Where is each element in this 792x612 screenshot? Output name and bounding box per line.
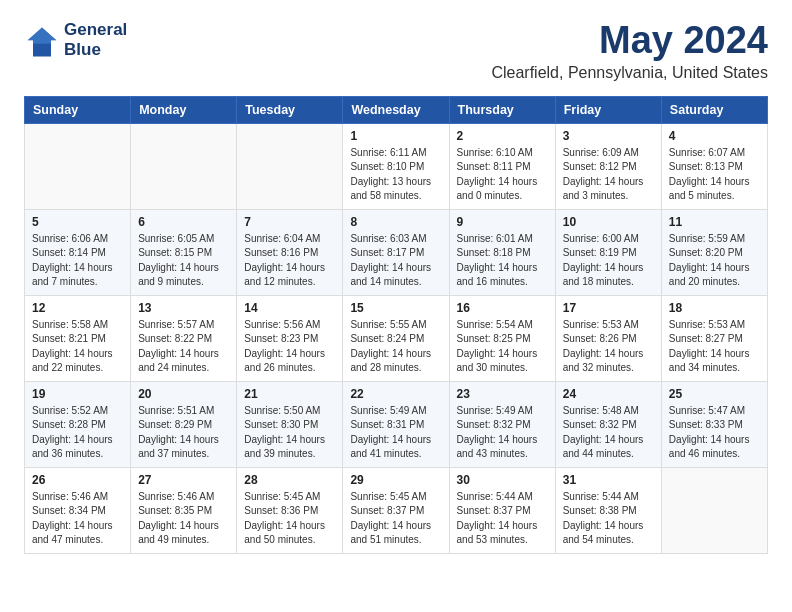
weekday-header: Wednesday — [343, 96, 449, 123]
day-number: 15 — [350, 301, 441, 315]
calendar-cell: 12Sunrise: 5:58 AM Sunset: 8:21 PM Dayli… — [25, 295, 131, 381]
day-number: 16 — [457, 301, 548, 315]
calendar-cell: 21Sunrise: 5:50 AM Sunset: 8:30 PM Dayli… — [237, 381, 343, 467]
day-info: Sunrise: 6:01 AM Sunset: 8:18 PM Dayligh… — [457, 232, 548, 290]
page-header: General Blue May 2024 Clearfield, Pennsy… — [24, 20, 768, 82]
day-info: Sunrise: 5:58 AM Sunset: 8:21 PM Dayligh… — [32, 318, 123, 376]
day-info: Sunrise: 5:45 AM Sunset: 8:36 PM Dayligh… — [244, 490, 335, 548]
day-number: 2 — [457, 129, 548, 143]
day-number: 6 — [138, 215, 229, 229]
day-number: 7 — [244, 215, 335, 229]
calendar-cell: 20Sunrise: 5:51 AM Sunset: 8:29 PM Dayli… — [131, 381, 237, 467]
calendar-cell: 5Sunrise: 6:06 AM Sunset: 8:14 PM Daylig… — [25, 209, 131, 295]
calendar-header-row: SundayMondayTuesdayWednesdayThursdayFrid… — [25, 96, 768, 123]
calendar-cell: 10Sunrise: 6:00 AM Sunset: 8:19 PM Dayli… — [555, 209, 661, 295]
calendar-cell: 26Sunrise: 5:46 AM Sunset: 8:34 PM Dayli… — [25, 467, 131, 553]
calendar-cell: 22Sunrise: 5:49 AM Sunset: 8:31 PM Dayli… — [343, 381, 449, 467]
day-info: Sunrise: 5:44 AM Sunset: 8:38 PM Dayligh… — [563, 490, 654, 548]
calendar-cell: 17Sunrise: 5:53 AM Sunset: 8:26 PM Dayli… — [555, 295, 661, 381]
day-info: Sunrise: 5:51 AM Sunset: 8:29 PM Dayligh… — [138, 404, 229, 462]
calendar-cell: 24Sunrise: 5:48 AM Sunset: 8:32 PM Dayli… — [555, 381, 661, 467]
calendar-cell: 31Sunrise: 5:44 AM Sunset: 8:38 PM Dayli… — [555, 467, 661, 553]
day-info: Sunrise: 6:04 AM Sunset: 8:16 PM Dayligh… — [244, 232, 335, 290]
day-number: 24 — [563, 387, 654, 401]
day-info: Sunrise: 6:03 AM Sunset: 8:17 PM Dayligh… — [350, 232, 441, 290]
calendar-cell: 6Sunrise: 6:05 AM Sunset: 8:15 PM Daylig… — [131, 209, 237, 295]
day-number: 18 — [669, 301, 760, 315]
logo-icon — [24, 24, 60, 60]
day-info: Sunrise: 5:46 AM Sunset: 8:35 PM Dayligh… — [138, 490, 229, 548]
calendar-cell: 3Sunrise: 6:09 AM Sunset: 8:12 PM Daylig… — [555, 123, 661, 209]
day-info: Sunrise: 5:45 AM Sunset: 8:37 PM Dayligh… — [350, 490, 441, 548]
calendar-cell: 7Sunrise: 6:04 AM Sunset: 8:16 PM Daylig… — [237, 209, 343, 295]
day-info: Sunrise: 5:49 AM Sunset: 8:32 PM Dayligh… — [457, 404, 548, 462]
day-info: Sunrise: 5:47 AM Sunset: 8:33 PM Dayligh… — [669, 404, 760, 462]
calendar-cell: 1Sunrise: 6:11 AM Sunset: 8:10 PM Daylig… — [343, 123, 449, 209]
calendar-cell — [25, 123, 131, 209]
day-number: 11 — [669, 215, 760, 229]
day-number: 28 — [244, 473, 335, 487]
day-info: Sunrise: 5:53 AM Sunset: 8:27 PM Dayligh… — [669, 318, 760, 376]
title-block: May 2024 Clearfield, Pennsylvania, Unite… — [491, 20, 768, 82]
day-number: 3 — [563, 129, 654, 143]
day-info: Sunrise: 5:49 AM Sunset: 8:31 PM Dayligh… — [350, 404, 441, 462]
day-number: 27 — [138, 473, 229, 487]
day-info: Sunrise: 6:11 AM Sunset: 8:10 PM Dayligh… — [350, 146, 441, 204]
day-number: 14 — [244, 301, 335, 315]
calendar-cell: 29Sunrise: 5:45 AM Sunset: 8:37 PM Dayli… — [343, 467, 449, 553]
day-number: 23 — [457, 387, 548, 401]
day-info: Sunrise: 6:05 AM Sunset: 8:15 PM Dayligh… — [138, 232, 229, 290]
day-number: 17 — [563, 301, 654, 315]
calendar-week-row: 12Sunrise: 5:58 AM Sunset: 8:21 PM Dayli… — [25, 295, 768, 381]
day-number: 25 — [669, 387, 760, 401]
day-info: Sunrise: 5:48 AM Sunset: 8:32 PM Dayligh… — [563, 404, 654, 462]
day-number: 12 — [32, 301, 123, 315]
calendar-cell: 2Sunrise: 6:10 AM Sunset: 8:11 PM Daylig… — [449, 123, 555, 209]
calendar-cell: 25Sunrise: 5:47 AM Sunset: 8:33 PM Dayli… — [661, 381, 767, 467]
day-info: Sunrise: 5:50 AM Sunset: 8:30 PM Dayligh… — [244, 404, 335, 462]
calendar-cell: 18Sunrise: 5:53 AM Sunset: 8:27 PM Dayli… — [661, 295, 767, 381]
calendar-cell — [661, 467, 767, 553]
logo-text: General Blue — [64, 20, 127, 59]
calendar-cell: 30Sunrise: 5:44 AM Sunset: 8:37 PM Dayli… — [449, 467, 555, 553]
calendar-cell: 4Sunrise: 6:07 AM Sunset: 8:13 PM Daylig… — [661, 123, 767, 209]
calendar-cell: 19Sunrise: 5:52 AM Sunset: 8:28 PM Dayli… — [25, 381, 131, 467]
calendar-table: SundayMondayTuesdayWednesdayThursdayFrid… — [24, 96, 768, 554]
calendar-week-row: 5Sunrise: 6:06 AM Sunset: 8:14 PM Daylig… — [25, 209, 768, 295]
main-title: May 2024 — [491, 20, 768, 62]
day-number: 30 — [457, 473, 548, 487]
calendar-cell: 13Sunrise: 5:57 AM Sunset: 8:22 PM Dayli… — [131, 295, 237, 381]
calendar-cell: 15Sunrise: 5:55 AM Sunset: 8:24 PM Dayli… — [343, 295, 449, 381]
day-number: 5 — [32, 215, 123, 229]
day-info: Sunrise: 6:07 AM Sunset: 8:13 PM Dayligh… — [669, 146, 760, 204]
day-info: Sunrise: 6:09 AM Sunset: 8:12 PM Dayligh… — [563, 146, 654, 204]
weekday-header: Monday — [131, 96, 237, 123]
weekday-header: Friday — [555, 96, 661, 123]
day-info: Sunrise: 5:56 AM Sunset: 8:23 PM Dayligh… — [244, 318, 335, 376]
calendar-week-row: 26Sunrise: 5:46 AM Sunset: 8:34 PM Dayli… — [25, 467, 768, 553]
day-info: Sunrise: 5:46 AM Sunset: 8:34 PM Dayligh… — [32, 490, 123, 548]
day-number: 1 — [350, 129, 441, 143]
calendar-cell: 9Sunrise: 6:01 AM Sunset: 8:18 PM Daylig… — [449, 209, 555, 295]
day-info: Sunrise: 6:06 AM Sunset: 8:14 PM Dayligh… — [32, 232, 123, 290]
weekday-header: Sunday — [25, 96, 131, 123]
day-number: 8 — [350, 215, 441, 229]
day-number: 26 — [32, 473, 123, 487]
day-number: 29 — [350, 473, 441, 487]
day-number: 21 — [244, 387, 335, 401]
day-info: Sunrise: 5:57 AM Sunset: 8:22 PM Dayligh… — [138, 318, 229, 376]
day-number: 13 — [138, 301, 229, 315]
logo: General Blue — [24, 20, 127, 59]
day-number: 19 — [32, 387, 123, 401]
day-number: 10 — [563, 215, 654, 229]
calendar-cell: 28Sunrise: 5:45 AM Sunset: 8:36 PM Dayli… — [237, 467, 343, 553]
day-number: 22 — [350, 387, 441, 401]
calendar-cell: 8Sunrise: 6:03 AM Sunset: 8:17 PM Daylig… — [343, 209, 449, 295]
calendar-cell — [237, 123, 343, 209]
day-info: Sunrise: 5:55 AM Sunset: 8:24 PM Dayligh… — [350, 318, 441, 376]
calendar-cell — [131, 123, 237, 209]
svg-marker-1 — [28, 27, 57, 43]
day-number: 4 — [669, 129, 760, 143]
day-number: 31 — [563, 473, 654, 487]
day-info: Sunrise: 6:00 AM Sunset: 8:19 PM Dayligh… — [563, 232, 654, 290]
